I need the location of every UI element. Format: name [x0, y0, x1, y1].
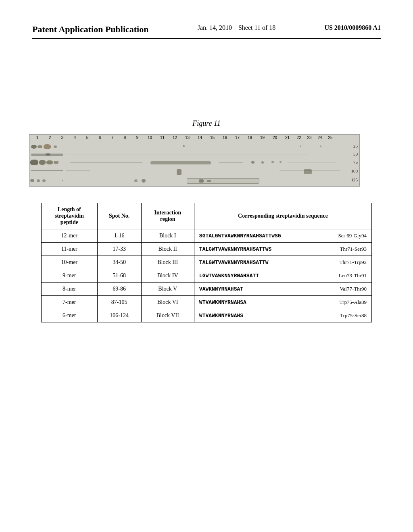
gel-wrapper: 1 2 3 4 5 6 7 8 9 10 11 12 13 14 15 16 1	[29, 134, 360, 187]
lane-numbers: 1 2 3 4 5 6 7 8 9 10 11 12 13 14 15 16 1	[29, 135, 359, 140]
sequence-text: WTVAWKNNYRNAHS	[199, 313, 243, 319]
table-row: 6-mer106-124Block VIIWTVAWKNNYRNAHSTrp75…	[42, 309, 372, 322]
cell-sequence: WTVAWKNNYRNAHSATrp75-Ala89	[194, 296, 371, 309]
cell-length: 11-mer	[42, 243, 98, 256]
cell-block: Block VII	[141, 309, 194, 322]
cell-block: Block II	[141, 243, 194, 256]
marker-25: 25	[353, 143, 358, 148]
marker-50: 50	[353, 152, 358, 156]
publication-date: Jan. 14, 2010	[198, 24, 232, 31]
sequence-range: Thr71-Ser93	[340, 246, 367, 252]
cell-length: 7-mer	[42, 296, 98, 309]
marker-125: 125	[351, 177, 358, 182]
cell-sequence: TALGWTVAWKNNYRNAHSATTWSThr71-Ser93	[194, 243, 371, 256]
sequence-range: Thr71-Trp92	[340, 259, 367, 266]
table-row: 11-mer17-33Block IITALGWTVAWKNNYRNAHSATT…	[42, 243, 372, 256]
gel-row-3	[29, 159, 359, 167]
cell-block: Block I	[141, 229, 194, 243]
marker-75: 75	[353, 160, 358, 164]
gel-row-1	[29, 143, 359, 151]
patent-number: US 2010/0009860 A1	[324, 24, 381, 31]
cell-spot: 1-16	[97, 229, 141, 243]
gel-row-5	[29, 177, 359, 185]
col-header-sequence: Corresponding streptavidin sequence	[194, 203, 371, 229]
col-header-interaction: Interactionregion	[141, 203, 194, 229]
cell-sequence: SGTALGWTVAWKNNYRNAHSATTWSGSer 69-Gly94	[194, 229, 371, 243]
cell-sequence: VAWKNNYRNAHSATVal77-Thr90	[194, 283, 371, 296]
cell-spot: 106-124	[97, 309, 141, 322]
gel-row-4	[29, 168, 359, 177]
table-row: 8-mer69-86Block VVAWKNNYRNAHSATVal77-Thr…	[42, 283, 372, 296]
col-header-length: Length ofstreptavidinpeptide	[42, 203, 98, 229]
figure-title: Figure 11	[192, 119, 221, 128]
cell-sequence: LGWTVAWKNNYRNAHSATTLeu73-Thr91	[194, 269, 371, 283]
sequence-text: LGWTVAWKNNYRNAHSATT	[199, 273, 259, 279]
cell-sequence: WTVAWKNNYRNAHSTrp75-Ser88	[194, 309, 371, 322]
sequence-range: Trp75-Ala89	[340, 299, 367, 305]
gel-image: 1 2 3 4 5 6 7 8 9 10 11 12 13 14 15 16 1	[29, 134, 360, 187]
sequence-range: Trp75-Ser88	[340, 312, 367, 319]
cell-sequence: TALGWTVAWKNNYRNAHSATTWThr71-Trp92	[194, 256, 371, 269]
sequence-text: WTVAWKNNYRNAHSA	[199, 299, 246, 305]
cell-block: Block VI	[141, 296, 194, 309]
page: Patent Application Publication Jan. 14, …	[0, 0, 413, 532]
streptavidin-table: Length ofstreptavidinpeptide Spot No. In…	[41, 203, 372, 322]
cell-spot: 69-86	[97, 283, 141, 296]
marker-100: 100	[351, 168, 358, 173]
cell-block: Block III	[141, 256, 194, 269]
cell-spot: 34-50	[97, 256, 141, 269]
figure-area: Figure 11 1 2 3 4 5 6 7 8 9 10 11 12	[32, 119, 381, 322]
cell-length: 6-mer	[42, 309, 98, 322]
table-row: 9-mer51-68Block IVLGWTVAWKNNYRNAHSATTLeu…	[42, 269, 372, 283]
sequence-range: Ser 69-Gly94	[338, 233, 367, 239]
sequence-text: SGTALGWTVAWKNNYRNAHSATTWSG	[199, 233, 281, 239]
table-header-row: Length ofstreptavidinpeptide Spot No. In…	[42, 203, 372, 229]
cell-block: Block V	[141, 283, 194, 296]
table-row: 7-mer87-105Block VIWTVAWKNNYRNAHSATrp75-…	[42, 296, 372, 309]
table-row: 12-mer1-16Block ISGTALGWTVAWKNNYRNAHSATT…	[42, 229, 372, 243]
sheet-info: Sheet 11 of 18	[238, 24, 275, 31]
header: Patent Application Publication Jan. 14, …	[32, 24, 381, 39]
cell-block: Block IV	[141, 269, 194, 283]
table-row: 10-mer34-50Block IIITALGWTVAWKNNYRNAHSAT…	[42, 256, 372, 269]
cell-spot: 17-33	[97, 243, 141, 256]
header-center: Jan. 14, 2010 Sheet 11 of 18	[198, 24, 276, 31]
cell-spot: 87-105	[97, 296, 141, 309]
publication-label: Patent Application Publication	[32, 24, 148, 35]
sequence-range: Leu73-Thr91	[339, 272, 367, 279]
gel-row-2	[29, 152, 359, 159]
cell-length: 10-mer	[42, 256, 98, 269]
cell-length: 9-mer	[42, 269, 98, 283]
col-header-spot: Spot No.	[97, 203, 141, 229]
sequence-text: VAWKNNYRNAHSAT	[199, 286, 243, 292]
cell-length: 8-mer	[42, 283, 98, 296]
cell-length: 12-mer	[42, 229, 98, 243]
sequence-range: Val77-Thr90	[340, 286, 367, 292]
sequence-text: TALGWTVAWKNNYRNAHSATTWS	[199, 246, 271, 252]
data-table-container: Length ofstreptavidinpeptide Spot No. In…	[41, 203, 372, 322]
cell-spot: 51-68	[97, 269, 141, 283]
sequence-text: TALGWTVAWKNNYRNAHSATTW	[199, 260, 269, 266]
